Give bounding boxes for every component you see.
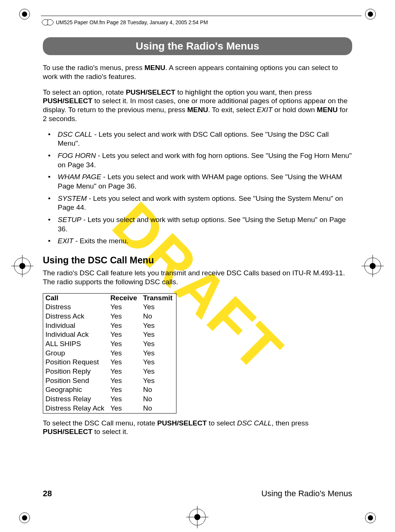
cell: Yes xyxy=(108,312,141,321)
menu-key: MENU xyxy=(144,64,165,72)
cell: Yes xyxy=(141,376,176,386)
menu-options-list: DSC CALL - Lets you select and work with… xyxy=(43,130,352,246)
svg-point-3 xyxy=(368,12,373,17)
col-transmit: Transmit xyxy=(141,293,176,303)
table-row: IndividualYesYes xyxy=(43,321,176,330)
cell: Group xyxy=(43,349,108,358)
col-receive: Receive xyxy=(108,293,141,303)
cell: Position Reply xyxy=(43,367,108,376)
opt-name: WHAM PAGE xyxy=(58,173,101,181)
col-call: Call xyxy=(43,293,108,303)
opt-desc: - Exits the menu. xyxy=(73,237,128,245)
opt-desc: - Lets you select and work with DSC Call… xyxy=(58,130,329,148)
dsc-paragraph: The radio's DSC Call feature lets you tr… xyxy=(43,269,352,286)
table-row: Distress AckYesNo xyxy=(43,312,176,321)
push-select-key: PUSH/SELECT xyxy=(157,419,207,427)
cell: Yes xyxy=(108,358,141,367)
opt-name: EXIT xyxy=(58,237,73,245)
exit-key: EXIT xyxy=(257,106,273,114)
cell: Yes xyxy=(108,367,141,376)
table-row: Individual AckYesYes xyxy=(43,330,176,339)
table-row: Distress Relay AckYesNo xyxy=(43,404,176,413)
cell: Yes xyxy=(108,303,141,312)
text: , then press xyxy=(272,419,309,427)
opt-name: SETUP xyxy=(58,216,81,224)
crop-mark-icon xyxy=(186,506,208,528)
cell: Yes xyxy=(108,349,141,358)
table-row: Distress RelayYesNo xyxy=(43,395,176,404)
intro-paragraph-2: To select an option, rotate PUSH/SELECT … xyxy=(43,88,352,123)
opt-name: SYSTEM xyxy=(58,194,87,202)
text: To use the radio's menus, press xyxy=(43,64,144,72)
dsc-select-paragraph: To select the DSC Call menu, rotate PUSH… xyxy=(43,419,352,437)
list-item: SETUP - Lets you select and work with se… xyxy=(43,215,352,234)
cell: Yes xyxy=(141,367,176,376)
text: or hold down xyxy=(273,106,317,114)
cell: Yes xyxy=(108,330,141,339)
opt-desc: - Lets you select and work with setup op… xyxy=(58,216,346,233)
list-item: SYSTEM - Lets you select and work with s… xyxy=(43,194,352,212)
opt-desc: - Lets you select and work with fog horn… xyxy=(58,152,352,169)
cell: Yes xyxy=(141,339,176,349)
cell: Position Send xyxy=(43,376,108,386)
list-item: EXIT - Exits the menu. xyxy=(43,237,352,246)
table-row: GroupYesYes xyxy=(43,349,176,358)
page-footer: 28 Using the Radio's Menus xyxy=(43,489,352,498)
cell: Yes xyxy=(141,330,176,339)
reg-mark-icon xyxy=(364,511,377,525)
dsc-call-key: DSC CALL xyxy=(237,419,272,427)
cell: Yes xyxy=(108,395,141,404)
cell: Yes xyxy=(141,349,176,358)
cell: Yes xyxy=(108,404,141,413)
cell: ALL SHIPS xyxy=(43,339,108,349)
text: to select it. xyxy=(92,428,128,436)
cell: Yes xyxy=(141,321,176,330)
table-row: DistressYesYes xyxy=(43,303,176,312)
svg-point-15 xyxy=(370,263,376,269)
svg-point-5 xyxy=(22,515,27,520)
cell: No xyxy=(141,395,176,404)
text: . To exit, select xyxy=(208,106,257,114)
book-icon xyxy=(40,15,55,30)
cell: Yes xyxy=(108,376,141,386)
opt-name: FOG HORN xyxy=(58,152,96,159)
list-item: DSC CALL - Lets you select and work with… xyxy=(43,130,352,148)
table-row: GeographicYesNo xyxy=(43,385,176,395)
cell: Yes xyxy=(108,385,141,395)
table-header-row: Call Receive Transmit xyxy=(43,293,176,303)
table-row: Position ReplyYesYes xyxy=(43,367,176,376)
push-select-key: PUSH/SELECT xyxy=(43,428,92,436)
cell: No xyxy=(141,385,176,395)
menu-key: MENU xyxy=(187,106,208,114)
reg-mark-icon xyxy=(364,7,377,21)
table-row: Position RequestYesYes xyxy=(43,358,176,367)
svg-point-1 xyxy=(22,12,27,17)
cell: No xyxy=(141,312,176,321)
page-number: 28 xyxy=(43,489,52,498)
section-heading: Using the DSC Call Menu xyxy=(43,255,352,266)
cell: No xyxy=(141,404,176,413)
page-title: Using the Radio's Menus xyxy=(43,37,352,55)
cell: Yes xyxy=(141,358,176,367)
reg-mark-icon xyxy=(18,7,31,21)
opt-name: DSC CALL xyxy=(58,130,92,138)
header-rule xyxy=(41,16,361,16)
text: to select xyxy=(207,419,237,427)
menu-key: MENU xyxy=(317,106,338,114)
svg-point-19 xyxy=(194,514,200,520)
header-meta: UM525 Paper OM.fm Page 28 Tuesday, Janua… xyxy=(56,19,208,25)
reg-mark-icon xyxy=(18,511,31,525)
cell: Distress Ack xyxy=(43,312,108,321)
dsc-calls-table: Call Receive Transmit DistressYesYes Dis… xyxy=(43,293,176,414)
list-item: FOG HORN - Lets you select and work with… xyxy=(43,151,352,170)
svg-point-7 xyxy=(368,515,373,520)
page-body: Using the Radio's Menus To use the radio… xyxy=(43,37,352,498)
cell: Distress Relay xyxy=(43,395,108,404)
push-select-key: PUSH/SELECT xyxy=(126,88,175,96)
text: To select the DSC Call menu, rotate xyxy=(43,419,157,427)
cell: Distress Relay Ack xyxy=(43,404,108,413)
cell: Yes xyxy=(108,339,141,349)
cell: Yes xyxy=(141,303,176,312)
cell: Position Request xyxy=(43,358,108,367)
cell: Yes xyxy=(108,321,141,330)
